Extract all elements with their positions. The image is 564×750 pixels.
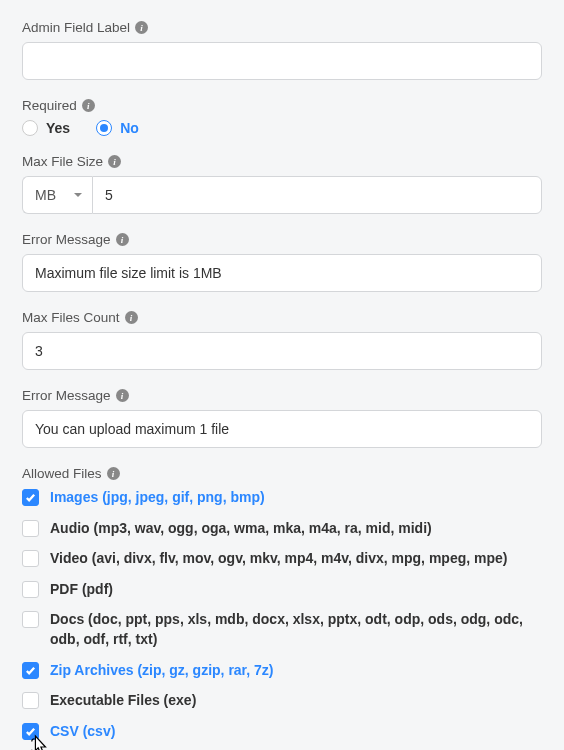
checkbox-box[interactable] bbox=[22, 692, 39, 709]
checkbox-label: Docs (doc, ppt, pps, xls, mdb, docx, xls… bbox=[50, 610, 542, 649]
required-label: Required i bbox=[22, 98, 542, 113]
checkbox-label: Zip Archives (zip, gz, gzip, rar, 7z) bbox=[50, 661, 274, 681]
checkbox-box[interactable] bbox=[22, 723, 39, 740]
info-icon[interactable]: i bbox=[135, 21, 148, 34]
checkbox-box[interactable] bbox=[22, 489, 39, 506]
checkbox-box[interactable] bbox=[22, 550, 39, 567]
allowed-file-checkbox[interactable]: Docs (doc, ppt, pps, xls, mdb, docx, xls… bbox=[22, 610, 542, 649]
admin-field-label-label: Admin Field Label i bbox=[22, 20, 542, 35]
error-message-label: Error Message i bbox=[22, 388, 542, 403]
info-icon[interactable]: i bbox=[108, 155, 121, 168]
checkbox-label: Audio (mp3, wav, ogg, oga, wma, mka, m4a… bbox=[50, 519, 432, 539]
max-file-size-label: Max File Size i bbox=[22, 154, 542, 169]
checkbox-label: Images (jpg, jpeg, gif, png, bmp) bbox=[50, 488, 265, 508]
error-message-label: Error Message i bbox=[22, 232, 542, 247]
allowed-file-checkbox[interactable]: PDF (pdf) bbox=[22, 580, 542, 600]
max-files-count-input[interactable] bbox=[22, 332, 542, 370]
checkbox-label: Video (avi, divx, flv, mov, ogv, mkv, mp… bbox=[50, 549, 507, 569]
info-icon[interactable]: i bbox=[125, 311, 138, 324]
checkbox-box[interactable] bbox=[22, 611, 39, 628]
checkbox-label: Executable Files (exe) bbox=[50, 691, 196, 711]
info-icon[interactable]: i bbox=[116, 233, 129, 246]
file-size-unit-select[interactable]: MB bbox=[22, 176, 92, 214]
checkbox-label: PDF (pdf) bbox=[50, 580, 113, 600]
info-icon[interactable]: i bbox=[116, 389, 129, 402]
checkbox-box[interactable] bbox=[22, 662, 39, 679]
max-file-size-input[interactable] bbox=[92, 176, 542, 214]
checkbox-box[interactable] bbox=[22, 581, 39, 598]
allowed-file-checkbox[interactable]: Audio (mp3, wav, ogg, oga, wma, mka, m4a… bbox=[22, 519, 542, 539]
checkbox-box[interactable] bbox=[22, 520, 39, 537]
admin-field-label-input[interactable] bbox=[22, 42, 542, 80]
info-icon[interactable]: i bbox=[82, 99, 95, 112]
allowed-file-checkbox[interactable]: CSV (csv) bbox=[22, 722, 542, 742]
chevron-down-icon bbox=[74, 193, 82, 197]
required-no-radio[interactable]: No bbox=[96, 120, 139, 136]
error-message-count-input[interactable] bbox=[22, 410, 542, 448]
required-yes-radio[interactable]: Yes bbox=[22, 120, 70, 136]
allowed-file-checkbox[interactable]: Video (avi, divx, flv, mov, ogv, mkv, mp… bbox=[22, 549, 542, 569]
info-icon[interactable]: i bbox=[107, 467, 120, 480]
allowed-file-checkbox[interactable]: Zip Archives (zip, gz, gzip, rar, 7z) bbox=[22, 661, 542, 681]
checkbox-label: CSV (csv) bbox=[50, 722, 115, 742]
error-message-size-input[interactable] bbox=[22, 254, 542, 292]
allowed-files-label: Allowed Files i bbox=[22, 466, 542, 481]
max-files-count-label: Max Files Count i bbox=[22, 310, 542, 325]
allowed-file-checkbox[interactable]: Images (jpg, jpeg, gif, png, bmp) bbox=[22, 488, 542, 508]
allowed-file-checkbox[interactable]: Executable Files (exe) bbox=[22, 691, 542, 711]
